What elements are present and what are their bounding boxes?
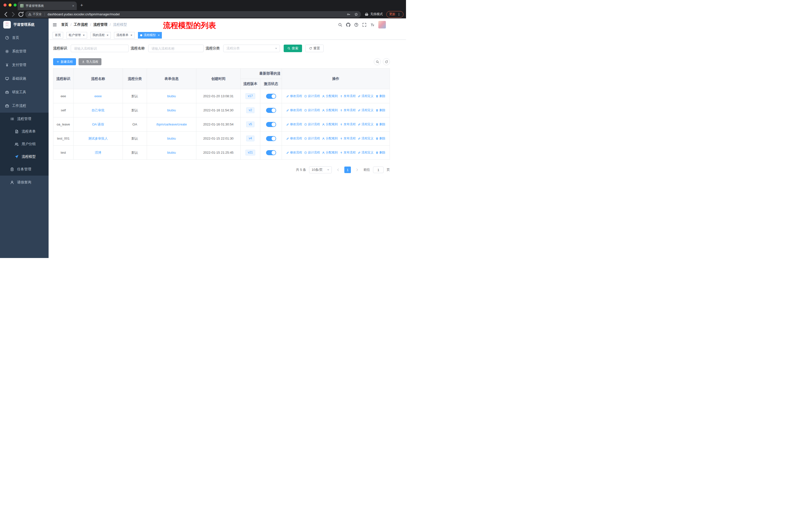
user-avatar[interactable] <box>378 21 386 28</box>
action-publish-process[interactable]: 发布流程 <box>340 151 356 155</box>
prev-page-button[interactable] <box>335 166 341 173</box>
import-process-button[interactable]: 导入流程 <box>79 58 102 65</box>
goto-page-input[interactable] <box>373 166 384 173</box>
close-icon[interactable]: × <box>158 33 160 37</box>
toggle-search-button[interactable] <box>374 58 381 65</box>
reload-button[interactable] <box>18 11 24 18</box>
sidebar-item-task-mgmt[interactable]: 任务管理 <box>0 163 49 175</box>
github-icon[interactable] <box>346 23 350 27</box>
page-size-select[interactable]: 10条/页 <box>309 166 332 173</box>
sidebar-item-leave-query[interactable]: 请假查询 <box>0 175 49 189</box>
action-design-process[interactable]: 设计流程 <box>304 94 320 98</box>
browser-menu-icon[interactable] <box>397 12 401 16</box>
action-process-definition[interactable]: 流程定义 <box>358 136 374 141</box>
process-name-input[interactable] <box>148 45 204 52</box>
action-design-process[interactable]: 设计流程 <box>304 108 320 112</box>
process-id-input[interactable] <box>71 45 128 52</box>
tab-close-icon[interactable]: × <box>72 4 74 8</box>
breadcrumb-item[interactable]: 首页 <box>61 22 68 27</box>
action-assign-rules[interactable]: 分配规则 <box>322 151 338 155</box>
action-modify-process[interactable]: 修改流程 <box>286 122 302 127</box>
create-process-button[interactable]: 新建流程 <box>53 58 76 65</box>
action-modify-process[interactable]: 修改流程 <box>286 94 302 98</box>
active-toggle[interactable] <box>266 94 276 99</box>
help-icon[interactable] <box>354 23 358 27</box>
font-size-icon[interactable] <box>370 23 375 27</box>
window-zoom-button[interactable] <box>13 3 17 6</box>
close-icon[interactable]: × <box>130 33 133 37</box>
version-badge[interactable]: v4 <box>246 136 255 141</box>
action-delete[interactable]: 删除 <box>376 151 385 155</box>
reset-button[interactable]: 重置 <box>305 45 324 52</box>
version-badge[interactable]: v17 <box>245 93 255 99</box>
sidebar-item-payment[interactable]: 支付管理 <box>0 58 49 72</box>
process-name-link[interactable]: eeee <box>94 94 102 98</box>
view-tab[interactable]: 流程模型× <box>138 32 162 38</box>
sidebar-item-process-mgmt[interactable]: 流程管理 <box>0 113 49 125</box>
view-tab[interactable]: 租户管理× <box>66 32 87 38</box>
next-page-button[interactable] <box>354 166 360 173</box>
security-indicator[interactable]: 不安全 <box>28 12 42 17</box>
process-name-link[interactable]: 自己审批 <box>92 108 105 112</box>
header-search-icon[interactable] <box>338 23 342 27</box>
action-delete[interactable]: 删除 <box>376 122 385 127</box>
close-icon[interactable]: × <box>83 33 85 37</box>
action-delete[interactable]: 删除 <box>376 136 385 141</box>
action-assign-rules[interactable]: 分配规则 <box>322 122 338 127</box>
active-toggle[interactable] <box>266 136 276 141</box>
back-button[interactable] <box>2 11 9 18</box>
process-name-link[interactable]: 测试多审批人 <box>88 137 108 140</box>
sidebar-item-process-model[interactable]: 流程模型 <box>0 151 49 163</box>
action-delete[interactable]: 删除 <box>376 108 385 112</box>
action-design-process[interactable]: 设计流程 <box>304 122 320 127</box>
version-badge[interactable]: v2 <box>246 107 255 113</box>
password-key-icon[interactable] <box>347 12 350 16</box>
view-tab[interactable]: 流程表单× <box>114 32 135 38</box>
sidebar-item-infra[interactable]: 基础设施 <box>0 72 49 85</box>
category-select[interactable]: 流程分类 <box>223 45 280 52</box>
action-modify-process[interactable]: 修改流程 <box>286 136 302 141</box>
search-button[interactable]: 搜索 <box>284 45 302 52</box>
forward-button[interactable] <box>10 11 17 18</box>
refresh-table-button[interactable] <box>383 58 390 65</box>
action-assign-rules[interactable]: 分配规则 <box>322 136 338 141</box>
update-button[interactable]: 更新 <box>386 11 404 18</box>
view-tab[interactable]: 首页 <box>53 32 63 38</box>
fullscreen-icon[interactable] <box>362 23 367 27</box>
bookmark-star-icon[interactable] <box>354 12 358 16</box>
sidebar-item-user-group[interactable]: 用户分组 <box>0 138 49 151</box>
new-tab-button[interactable]: + <box>80 2 83 8</box>
action-process-definition[interactable]: 流程定义 <box>358 108 374 112</box>
breadcrumb-item[interactable]: 流程管理 <box>93 22 108 27</box>
sidebar-toggle-icon[interactable] <box>52 22 57 27</box>
action-publish-process[interactable]: 发布流程 <box>340 108 356 112</box>
browser-tab[interactable]: 芋道管理系统 × <box>18 1 77 10</box>
address-bar[interactable]: 不安全 dashboard.yudao.iocoder.cn/bpm/manag… <box>25 11 361 18</box>
action-publish-process[interactable]: 发布流程 <box>340 122 356 127</box>
close-icon[interactable]: × <box>107 33 109 37</box>
action-publish-process[interactable]: 发布流程 <box>340 136 356 141</box>
active-toggle[interactable] <box>266 108 276 113</box>
active-toggle[interactable] <box>266 122 276 127</box>
view-tab[interactable]: 我的流程× <box>90 32 111 38</box>
active-toggle[interactable] <box>266 150 276 155</box>
form-info-link[interactable]: biubiu <box>167 94 176 98</box>
version-badge[interactable]: v21 <box>245 150 255 155</box>
window-minimize-button[interactable] <box>8 3 11 6</box>
breadcrumb-item[interactable]: 工作流程 <box>74 22 88 27</box>
action-assign-rules[interactable]: 分配规则 <box>322 108 338 112</box>
action-modify-process[interactable]: 修改流程 <box>286 151 302 155</box>
version-badge[interactable]: v5 <box>246 121 255 127</box>
process-name-link[interactable]: 滔博 <box>95 151 102 155</box>
process-name-link[interactable]: OA 请假 <box>92 123 104 126</box>
sidebar-item-workflow[interactable]: 工作流程 <box>0 99 49 113</box>
sidebar-item-process-form[interactable]: 流程表单 <box>0 125 49 138</box>
action-process-definition[interactable]: 流程定义 <box>358 122 374 127</box>
action-publish-process[interactable]: 发布流程 <box>340 94 356 98</box>
action-process-definition[interactable]: 流程定义 <box>358 151 374 155</box>
form-info-link[interactable]: /bpm/oa/leave/create <box>156 123 187 126</box>
action-delete[interactable]: 删除 <box>376 94 385 98</box>
sidebar-item-home[interactable]: 首页 <box>0 31 49 45</box>
page-number-button[interactable]: 1 <box>344 166 351 173</box>
form-info-link[interactable]: biubiu <box>167 108 176 112</box>
